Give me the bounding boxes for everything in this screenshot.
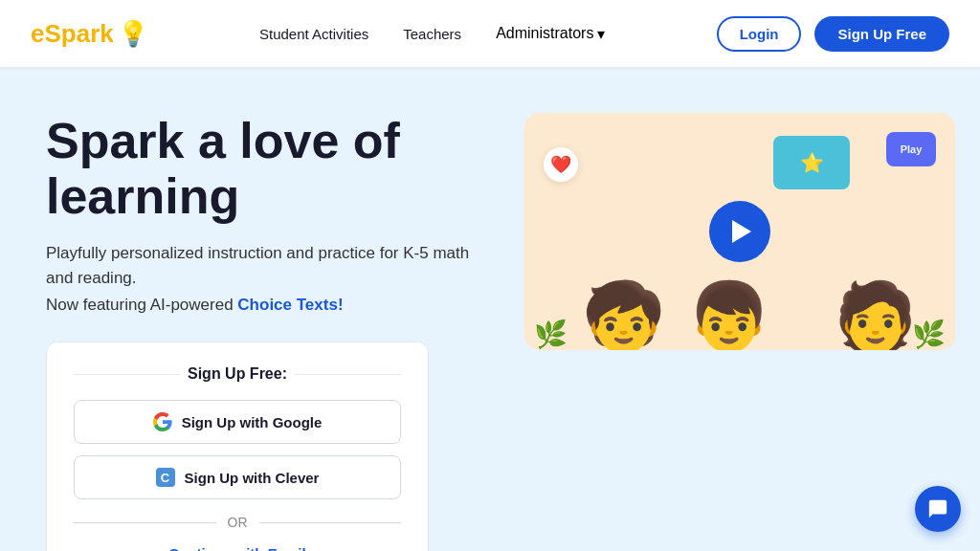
character-girl: 🧒 <box>582 283 665 350</box>
main-content: Spark a love of learning Playfully perso… <box>0 67 980 551</box>
chat-button[interactable] <box>915 486 961 532</box>
screen-decoration: ⭐ <box>773 136 850 189</box>
signup-card: Sign Up Free: Sign Up with Google C Sign… <box>46 342 429 551</box>
chevron-down-icon: ▾ <box>597 25 605 43</box>
ai-text: Now featuring AI-powered Choice Texts! <box>46 296 486 315</box>
google-signup-button[interactable]: Sign Up with Google <box>74 400 401 444</box>
subtext: Playfully personalized instruction and p… <box>46 241 486 290</box>
video-play-button[interactable] <box>709 201 770 262</box>
play-decoration: Play <box>886 132 936 166</box>
logo: eSpark 💡 <box>31 19 148 49</box>
choice-texts-link[interactable]: Choice Texts! <box>237 296 343 314</box>
divider-line-right <box>259 522 402 523</box>
heart-decoration: ❤️ <box>544 147 578 182</box>
logo-e: e <box>31 19 44 48</box>
right-content: ❤️ ⭐ Play 🌿 🌿 🧒 👦 🧑 <box>524 113 955 350</box>
logo-text: eSpark <box>31 19 114 49</box>
left-content: Spark a love of learning Playfully perso… <box>46 113 486 551</box>
video-card: ❤️ ⭐ Play 🌿 🌿 🧒 👦 🧑 <box>524 113 955 350</box>
google-icon <box>153 412 172 431</box>
or-divider: OR <box>74 515 401 530</box>
plant-right-decoration: 🌿 <box>912 319 946 350</box>
email-signup-button[interactable]: Continue with Email <box>168 545 305 551</box>
divider-text: OR <box>228 515 248 530</box>
clever-signup-label: Sign Up with Clever <box>185 470 320 486</box>
headline: Spark a love of learning <box>46 113 486 224</box>
plant-left-decoration: 🌿 <box>534 319 568 350</box>
signup-header-button[interactable]: Sign Up Free <box>814 16 949 52</box>
header-actions: Login Sign Up Free <box>717 16 949 52</box>
nav-student-activities[interactable]: Student Activities <box>259 26 368 42</box>
nav-teachers[interactable]: Teachers <box>403 26 461 42</box>
play-triangle-icon <box>732 220 751 243</box>
chat-icon <box>927 498 948 519</box>
login-button[interactable]: Login <box>717 16 802 52</box>
nav-administrators[interactable]: Administrators ▾ <box>496 25 605 43</box>
character-boy1: 👦 <box>687 283 770 350</box>
clever-signup-button[interactable]: C Sign Up with Clever <box>74 455 401 499</box>
logo-spark: Spark <box>44 19 113 48</box>
divider-line-left <box>74 522 216 523</box>
signup-card-title: Sign Up Free: <box>74 365 401 383</box>
character-boy2: 🧑 <box>834 283 917 350</box>
header: eSpark 💡 Student Activities Teachers Adm… <box>0 0 980 67</box>
google-signup-label: Sign Up with Google <box>182 414 323 430</box>
logo-bulb-icon: 💡 <box>118 19 148 49</box>
main-nav: Student Activities Teachers Administrato… <box>259 25 605 43</box>
clever-icon: C <box>156 468 175 487</box>
